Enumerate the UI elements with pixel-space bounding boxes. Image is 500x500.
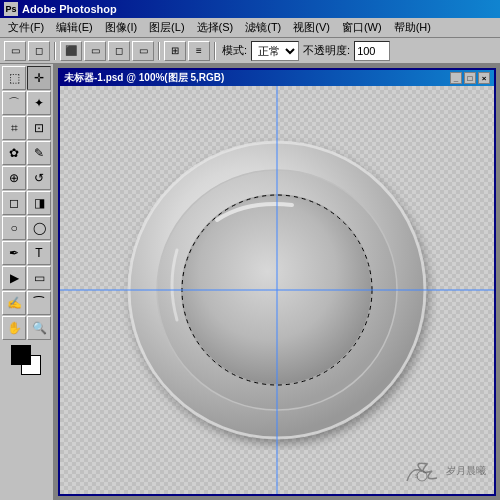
menu-item-i[interactable]: 图像(I): [99, 18, 143, 37]
document-title-bar: 未标器-1.psd @ 100%(图层 5,RGB) _ □ ×: [60, 70, 494, 86]
toolbar-btn-8[interactable]: ≡: [188, 41, 210, 61]
doc-minimize-btn[interactable]: _: [450, 72, 462, 84]
menu-item-v[interactable]: 视图(V): [287, 18, 336, 37]
svg-point-7: [417, 471, 427, 481]
menu-item-l[interactable]: 图层(L): [143, 18, 190, 37]
tool-dodge[interactable]: ◯: [27, 216, 51, 240]
tool-eraser[interactable]: ◻: [2, 191, 26, 215]
main-area: ⬚ ✛ ⌒ ✦ ⌗ ⊡ ✿ ✎ ⊕ ↺ ◻ ◨ ○ ◯ ✒ T ▶ ▭ ✍ ⁀ …: [0, 64, 500, 500]
tool-pen[interactable]: ✒: [2, 241, 26, 265]
tool-move[interactable]: ✛: [27, 66, 51, 90]
tool-zoom[interactable]: 🔍: [27, 316, 51, 340]
tool-crop[interactable]: ⌗: [2, 116, 26, 140]
document-window: 未标器-1.psd @ 100%(图层 5,RGB) _ □ ×: [58, 68, 496, 496]
app-icon: Ps: [4, 2, 18, 16]
menu-item-f[interactable]: 文件(F): [2, 18, 50, 37]
menu-item-e[interactable]: 编辑(E): [50, 18, 99, 37]
tool-gradient[interactable]: ◨: [27, 191, 51, 215]
toolbar-btn-1[interactable]: ▭: [4, 41, 26, 61]
tool-lasso[interactable]: ⌒: [2, 91, 26, 115]
tool-blur[interactable]: ○: [2, 216, 26, 240]
doc-close-btn[interactable]: ×: [478, 72, 490, 84]
watermark-logo: S: [402, 456, 442, 486]
watermark-text: 岁月晨曦: [446, 464, 486, 478]
toolbar-btn-6[interactable]: ▭: [132, 41, 154, 61]
app-title: Adobe Photoshop: [22, 3, 117, 15]
toolbar-btn-5[interactable]: ◻: [108, 41, 130, 61]
tool-type[interactable]: T: [27, 241, 51, 265]
menu-item-w[interactable]: 窗口(W): [336, 18, 388, 37]
mode-label: 模式:: [222, 43, 247, 58]
menu-item-h[interactable]: 帮助(H): [388, 18, 437, 37]
tool-path-sel[interactable]: ▶: [2, 266, 26, 290]
foreground-color[interactable]: [11, 345, 31, 365]
tool-shape[interactable]: ▭: [27, 266, 51, 290]
tool-hand[interactable]: ✋: [2, 316, 26, 340]
color-area: [2, 345, 51, 377]
doc-restore-btn[interactable]: □: [464, 72, 476, 84]
canvas-content: S 岁月晨曦: [60, 86, 494, 494]
tool-slice[interactable]: ⊡: [27, 116, 51, 140]
toolbar-btn-7[interactable]: ⊞: [164, 41, 186, 61]
tool-brush[interactable]: ✎: [27, 141, 51, 165]
document-title: 未标器-1.psd @ 100%(图层 5,RGB): [64, 71, 224, 85]
toolbar-sep-1: [54, 42, 56, 60]
tool-marquee[interactable]: ⬚: [2, 66, 26, 90]
color-squares[interactable]: [11, 345, 43, 377]
tool-healing[interactable]: ✿: [2, 141, 26, 165]
tool-notes[interactable]: ✍: [2, 291, 26, 315]
tool-history[interactable]: ↺: [27, 166, 51, 190]
toolbar-btn-4[interactable]: ▭: [84, 41, 106, 61]
mode-select[interactable]: 正常: [251, 41, 299, 61]
document-title-buttons: _ □ ×: [450, 72, 490, 84]
tool-stamp[interactable]: ⊕: [2, 166, 26, 190]
toolbox: ⬚ ✛ ⌒ ✦ ⌗ ⊡ ✿ ✎ ⊕ ↺ ◻ ◨ ○ ◯ ✒ T ▶ ▭ ✍ ⁀ …: [0, 64, 54, 500]
toolbar-sep-3: [214, 42, 216, 60]
watermark: S 岁月晨曦: [402, 456, 486, 486]
menu-item-t[interactable]: 滤镜(T): [239, 18, 287, 37]
crosshair-horizontal: [60, 290, 494, 291]
toolbar: ▭ ◻ ⬛ ▭ ◻ ▭ ⊞ ≡ 模式: 正常 不透明度:: [0, 38, 500, 64]
toolbar-btn-2[interactable]: ◻: [28, 41, 50, 61]
tool-eyedropper[interactable]: ⁀: [27, 291, 51, 315]
menu-item-s[interactable]: 选择(S): [191, 18, 240, 37]
svg-text:S: S: [415, 473, 419, 479]
toolbar-sep-2: [158, 42, 160, 60]
app-title-bar: Ps Adobe Photoshop: [0, 0, 500, 18]
opacity-label: 不透明度:: [303, 43, 350, 58]
toolbar-btn-3[interactable]: ⬛: [60, 41, 82, 61]
opacity-input[interactable]: [354, 41, 390, 61]
tool-magic-wand[interactable]: ✦: [27, 91, 51, 115]
canvas-area: 未标器-1.psd @ 100%(图层 5,RGB) _ □ ×: [54, 64, 500, 500]
menu-bar: 文件(F)编辑(E)图像(I)图层(L)选择(S)滤镜(T)视图(V)窗口(W)…: [0, 18, 500, 38]
